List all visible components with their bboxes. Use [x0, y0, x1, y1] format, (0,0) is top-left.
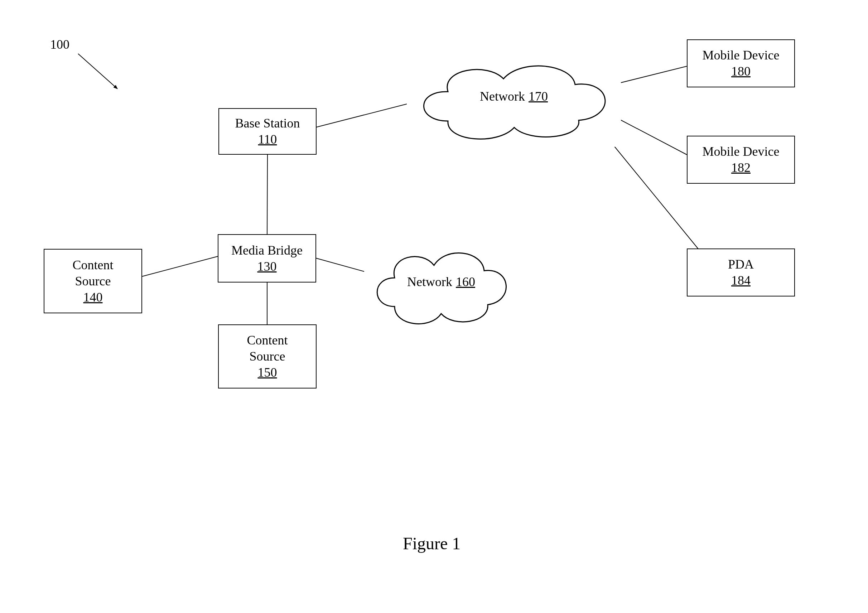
node-pda-184: PDA 184 — [687, 249, 795, 296]
diagram-ref-label: 100 — [50, 37, 70, 52]
mobile-device-180-ref: 180 — [731, 63, 750, 79]
diagram-ref-label-text: 100 — [50, 37, 70, 51]
diagram-stage: 100 Base Station 110 Media Bridge 130 Co… — [0, 0, 868, 613]
base-station-label: Base Station — [235, 115, 300, 132]
figure-caption: Figure 1 — [403, 534, 460, 553]
pda-184-label: PDA — [728, 256, 754, 272]
pda-184-ref: 184 — [731, 272, 750, 289]
base-station-ref: 110 — [258, 132, 277, 147]
node-content-source-150: Content Source 150 — [218, 324, 316, 389]
network-160-ref: 160 — [456, 274, 475, 290]
media-bridge-ref: 130 — [257, 259, 277, 275]
content-source-140-ref: 140 — [84, 289, 103, 305]
figure-caption-text: Figure 1 — [403, 534, 460, 553]
edge-content140-mediabridge — [141, 256, 218, 277]
network-160-label: Network — [407, 274, 452, 290]
content-source-140-label-line2: Source — [75, 273, 111, 289]
node-mobile-device-182: Mobile Device 182 — [687, 136, 795, 184]
network-170-ref: 170 — [529, 88, 548, 105]
content-source-140-label-line1: Content — [73, 257, 113, 273]
network-170-label: Network — [480, 88, 525, 105]
content-source-150-ref: 150 — [258, 364, 277, 381]
ref-arrow — [78, 54, 118, 89]
node-mobile-device-180: Mobile Device 180 — [687, 39, 795, 87]
node-network-160: Network 160 — [364, 231, 518, 332]
mobile-device-182-ref: 182 — [731, 160, 750, 176]
edge-basestation-network170 — [315, 101, 417, 127]
content-source-150-label-line2: Source — [250, 348, 285, 364]
node-base-station: Base Station 110 — [219, 108, 316, 155]
node-network-170: Network 170 — [407, 46, 621, 147]
mobile-device-182-label: Mobile Device — [702, 144, 780, 160]
content-source-150-label-line1: Content — [247, 332, 288, 348]
media-bridge-label: Media Bridge — [231, 242, 302, 259]
mobile-device-180-label: Mobile Device — [702, 47, 780, 63]
edge-basestation-mediabridge — [267, 153, 268, 234]
node-content-source-140: Content Source 140 — [44, 249, 142, 313]
node-media-bridge: Media Bridge 130 — [218, 234, 316, 283]
